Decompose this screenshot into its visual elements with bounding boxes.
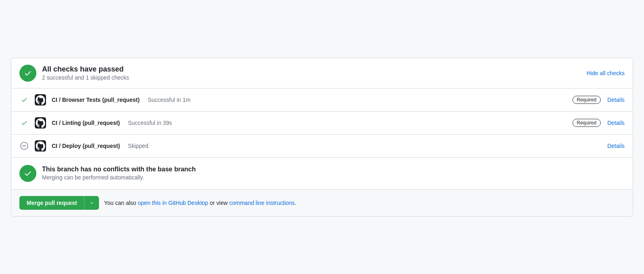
branch-text-block: This branch has no conflicts with the ba… bbox=[42, 166, 196, 181]
check-status-text-deploy: Skipped bbox=[128, 143, 149, 149]
command-line-instructions-link[interactable]: command line instructions bbox=[229, 200, 295, 206]
header-text-block: All checks have passed 2 successful and … bbox=[42, 65, 129, 81]
merge-info-text: You can also open this in GitHub Desktop… bbox=[104, 200, 296, 206]
github-logo-icon bbox=[35, 94, 46, 105]
check-name-deploy: CI / Deploy (pull_request) bbox=[52, 143, 120, 149]
merge-info-before: You can also bbox=[104, 200, 138, 206]
checks-header: All checks have passed 2 successful and … bbox=[11, 58, 633, 89]
github-logo-icon-deploy bbox=[35, 140, 46, 152]
check-status-success-icon-linting bbox=[19, 118, 29, 128]
all-passed-icon bbox=[19, 65, 36, 82]
merge-pull-request-button[interactable]: Merge pull request bbox=[19, 196, 84, 210]
open-github-desktop-link[interactable]: open this in GitHub Desktop bbox=[138, 200, 208, 206]
details-link-deploy[interactable]: Details bbox=[607, 143, 625, 149]
check-row-linting: CI / Linting (pull_request) Successful i… bbox=[11, 112, 633, 135]
branch-title: This branch has no conflicts with the ba… bbox=[42, 166, 196, 173]
check-status-text-linting: Successful in 39s bbox=[128, 120, 172, 126]
check-row-right-linting: Required Details bbox=[572, 119, 625, 127]
github-logo-icon-linting bbox=[35, 117, 46, 129]
check-name-linting: CI / Linting (pull_request) bbox=[52, 120, 120, 126]
check-row-deploy: CI / Deploy (pull_request) Skipped Detai… bbox=[11, 135, 633, 158]
checks-card: All checks have passed 2 successful and … bbox=[11, 58, 633, 217]
check-row-right-browser-tests: Required Details bbox=[572, 96, 625, 104]
header-left: All checks have passed 2 successful and … bbox=[19, 65, 129, 82]
check-name-browser-tests: CI / Browser Tests (pull_request) bbox=[52, 97, 140, 103]
required-badge-browser-tests: Required bbox=[572, 96, 601, 104]
chevron-down-icon bbox=[89, 200, 94, 205]
skipped-circle-icon bbox=[20, 142, 28, 150]
check-row-browser-tests: CI / Browser Tests (pull_request) Succes… bbox=[11, 89, 633, 112]
header-title: All checks have passed bbox=[42, 65, 129, 74]
check-status-success-icon bbox=[19, 95, 29, 105]
merge-info-middle: or view bbox=[208, 200, 229, 206]
branch-section: This branch has no conflicts with the ba… bbox=[11, 158, 633, 190]
merge-dropdown-button[interactable] bbox=[84, 196, 99, 210]
merge-section: Merge pull request You can also open thi… bbox=[11, 190, 633, 216]
header-subtitle: 2 successful and 1 skipped checks bbox=[42, 74, 129, 81]
check-status-skipped-icon bbox=[19, 141, 29, 151]
branch-subtitle: Merging can be performed automatically. bbox=[42, 174, 196, 181]
merge-button-group: Merge pull request bbox=[19, 196, 99, 210]
check-status-text-browser-tests: Successful in 1m bbox=[148, 97, 191, 103]
required-badge-linting: Required bbox=[572, 119, 601, 127]
details-link-browser-tests[interactable]: Details bbox=[607, 97, 625, 103]
check-row-right-deploy: Details bbox=[607, 143, 625, 149]
hide-all-checks-link[interactable]: Hide all checks bbox=[587, 70, 625, 76]
details-link-linting[interactable]: Details bbox=[607, 120, 625, 126]
branch-ok-icon bbox=[19, 165, 36, 182]
merge-info-after: . bbox=[295, 200, 296, 206]
